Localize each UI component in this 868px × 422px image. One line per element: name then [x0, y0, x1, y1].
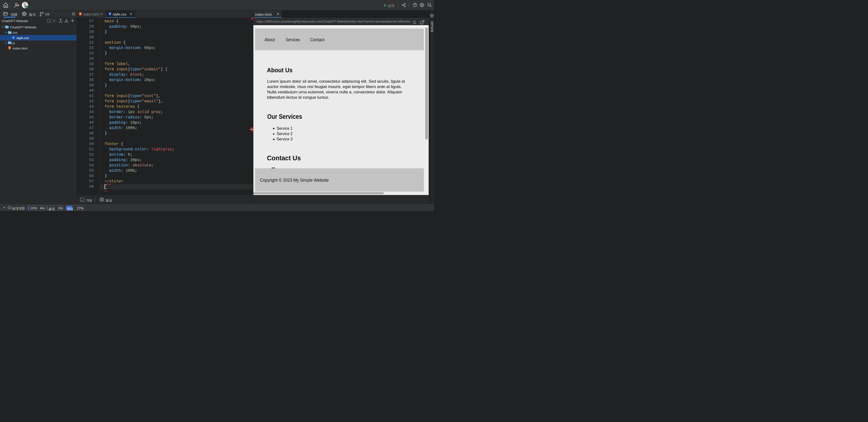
svg-text:3: 3 [110, 13, 110, 15]
svg-text:3: 3 [12, 37, 13, 39]
svg-text:5: 5 [80, 13, 81, 15]
svg-text:5: 5 [9, 47, 10, 49]
